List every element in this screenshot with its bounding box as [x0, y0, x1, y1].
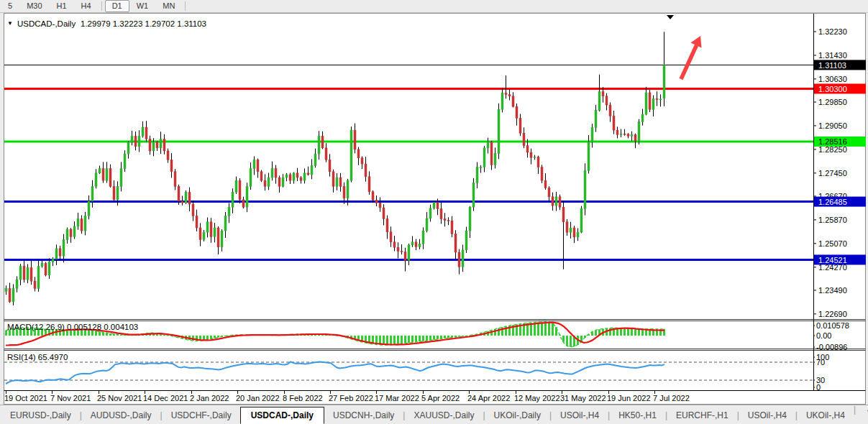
price-badge-support-green: 1.28516	[814, 137, 866, 147]
tab-audusd-daily[interactable]: AUDUSD-,Daily	[82, 407, 160, 424]
tab-eurusd-daily[interactable]: EURUSD-,Daily	[1, 407, 80, 424]
macd-indicator-label: MACD(12,26,9) 0.005128 0.004103	[7, 323, 138, 331]
price-axis-label: 1.22690	[818, 310, 847, 318]
price-axis-label: 1.29850	[818, 98, 847, 106]
chart-canvas: 1.322301.314301.306301.298501.290501.282…	[0, 0, 868, 405]
tab-ukoil-h4[interactable]: UKOil-,H4	[798, 407, 854, 424]
tab-ukoil-daily[interactable]: UKOil-,Daily	[485, 407, 549, 424]
chart-menu-triangle-icon[interactable]: ▼	[7, 20, 13, 27]
macd-axis-label: 0.00	[816, 331, 831, 340]
rsi-axis-label: 70	[816, 358, 825, 367]
price-badge-resistance-red: 1.30300	[814, 83, 866, 93]
svg-text:1.31103: 1.31103	[818, 61, 846, 70]
time-axis-label: 25 Nov 2021	[97, 394, 142, 402]
time-axis-label: 27 Feb 2022	[329, 394, 373, 402]
tab-xauusd-daily[interactable]: XAUUSD-,Daily	[405, 407, 483, 424]
price-axis-label: 1.31430	[818, 51, 847, 60]
time-axis-label: 7 Nov 2021	[50, 394, 91, 402]
svg-text:1.28516: 1.28516	[818, 137, 847, 146]
time-axis-label: 12 May 2022	[514, 394, 560, 402]
rsi-indicator-label: RSI(14) 65.4970	[7, 353, 68, 361]
timeframe-button-M30[interactable]: M30	[19, 0, 49, 12]
chart-title-ohlc: 1.29979 1.32223 1.29702 1.31103	[81, 19, 206, 28]
time-axis-label: 24 Apr 2022	[467, 394, 510, 402]
svg-text:1.26485: 1.26485	[818, 198, 847, 206]
time-axis-label: 5 Apr 2022	[421, 394, 460, 402]
price-axis-label: 1.27450	[818, 169, 847, 178]
time-axis-label: 17 Mar 2022	[375, 394, 419, 402]
price-axis-label: 1.25070	[818, 239, 847, 248]
tab-usdcad-daily[interactable]: USDCAD-,Daily	[240, 407, 324, 424]
price-axis-label: 1.25870	[818, 216, 847, 224]
chart-title-symbol: USDCAD-,Daily	[17, 19, 76, 28]
time-axis-label: 31 May 2022	[560, 394, 606, 402]
chart-tab-bar: EURUSD-,Daily|AUDUSD-,Daily|USDCHF-,Dail…	[0, 405, 868, 424]
tab-usdcnh-daily[interactable]: USDCNH-,Daily	[324, 407, 403, 424]
price-axis-label: 1.23490	[818, 286, 847, 295]
time-axis-label: 2 Jan 2022	[190, 394, 229, 402]
time-axis-label: 8 Feb 2022	[283, 394, 323, 402]
chart-window-frame	[4, 14, 866, 405]
tab-eurchf-h1[interactable]: EURCHF-,H1	[667, 407, 737, 424]
timeframe-toolbar: 5M30H1H4D1W1MN	[0, 0, 868, 13]
tab-hk50-h1[interactable]: HK50-,H1	[610, 407, 665, 424]
timeframe-button-H4[interactable]: H4	[74, 0, 99, 12]
timeframe-button-D1[interactable]: D1	[105, 0, 129, 12]
rsi-axis-label: 0	[816, 383, 821, 392]
time-axis-label: 7 Jul 2022	[653, 394, 690, 402]
price-badge-support-blue-lower: 1.24521	[814, 254, 866, 264]
timeframe-button-MN[interactable]: MN	[155, 0, 182, 12]
time-axis-label: 14 Dec 2021	[143, 394, 188, 402]
macd-axis-label: -0.00896	[816, 343, 847, 351]
time-axis-label: 19 Jun 2022	[607, 394, 651, 402]
price-badge-support-blue-upper: 1.26485	[814, 197, 866, 207]
price-axis-label: 1.30630	[818, 75, 847, 83]
svg-text:1.30300: 1.30300	[818, 85, 847, 93]
toolbar-separator	[185, 1, 186, 11]
timeframe-button-H1[interactable]: H1	[50, 0, 74, 12]
tab-usoil-h4[interactable]: USOil-,H4	[552, 407, 608, 424]
svg-text:1.24521: 1.24521	[818, 256, 847, 264]
macd-axis-label: 0.010578	[816, 321, 849, 330]
price-axis-label: 1.29050	[818, 121, 847, 130]
timeframe-button-W1[interactable]: W1	[129, 0, 156, 12]
price-axis-label: 1.32230	[818, 27, 847, 36]
toolbar-separator	[101, 1, 102, 11]
price-badge-current-price: 1.31103	[814, 60, 866, 70]
tab-usoil-h4[interactable]: USOil-,H4	[739, 407, 795, 424]
time-axis-label: 20 Jan 2022	[236, 394, 280, 402]
time-axis-label: 19 Oct 2021	[4, 394, 47, 402]
timeframe-button-5[interactable]: 5	[1, 0, 19, 12]
tab-usdchf-daily[interactable]: USDCHF-,Daily	[163, 407, 240, 424]
